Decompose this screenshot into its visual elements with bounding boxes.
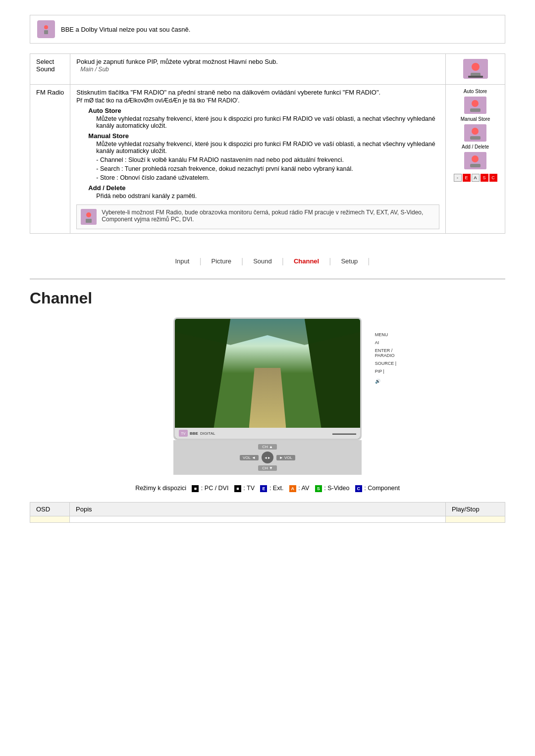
- badge-component: C: [355, 485, 362, 492]
- speaker-icon: 🔊: [375, 379, 396, 384]
- notice-text: BBE a Dolby Virtual nelze pou vat sou ča…: [61, 26, 190, 33]
- source-button[interactable]: SOURCE |: [375, 361, 396, 366]
- channel-indicator: ▬▬▬▬▬▬: [332, 431, 356, 436]
- auto-store-label: Auto Store: [464, 89, 487, 94]
- content-table: Select Sound Pokud je zapnutí funkce PIP…: [30, 53, 505, 234]
- nav-bar: Input | Picture | Sound | Channel | Setu…: [30, 249, 505, 274]
- svg-point-14: [472, 128, 479, 135]
- add-delete-body: Přidá nebo odstraní kanály z paměti.: [96, 193, 439, 200]
- fm-radio-row: FM Radio Stisknutím tlačítka "FM RADIO" …: [30, 85, 505, 234]
- nav-setup[interactable]: Setup: [331, 254, 368, 268]
- vol-right-button[interactable]: ► VOL: [276, 455, 295, 460]
- tv-controls: CH ▲ VOL ◄ ◄► ► VOL CH ▼: [173, 440, 362, 475]
- digital-logo: DIGITAL: [200, 431, 215, 436]
- fm-radio-label: FM Radio: [30, 85, 70, 234]
- svg-rect-15: [470, 136, 481, 140]
- svg-rect-2: [44, 30, 48, 34]
- manual-store-section: Manual Store Můžete vyhledat rozsahy fre…: [88, 132, 439, 154]
- channel-heading: Channel: [30, 289, 505, 307]
- fm-radio-note: Vyberete-li možnost FM Radio, bude obraz…: [76, 204, 439, 229]
- nav-channel[interactable]: Channel: [284, 254, 329, 268]
- fm-radio-line2: Př mØ tlač tko na dÆlkovØm ovlÆdÆn je tl…: [76, 97, 439, 104]
- fm-radio-intro: Stisknutím tlačítka "FM RADIO" na přední…: [76, 89, 439, 96]
- notice-box: BBE a Dolby Virtual nelze pou vat sou ča…: [30, 15, 505, 44]
- tv-screen-frame: TV BBE DIGITAL ▬▬▬▬▬▬: [173, 317, 362, 440]
- manual-store-body: Můžete vyhledat rozsahy frekvencí, které…: [96, 141, 439, 154]
- easc-e: E: [463, 174, 471, 182]
- channel-desc: - Channel : Slouží k volbě kanálu FM RAD…: [88, 156, 439, 181]
- tv-mockup: TV BBE DIGITAL ▬▬▬▬▬▬ CH ▲ VOL ◄ ◄► ► VO…: [173, 317, 362, 475]
- vol-row: VOL ◄ ◄► ► VOL: [240, 452, 295, 463]
- svg-point-8: [86, 212, 91, 217]
- osd-table-header: OSD Popis Play/Stop: [30, 503, 505, 516]
- ch-up-button[interactable]: CH ▲: [258, 444, 277, 450]
- manual-store-header: Manual Store: [88, 132, 439, 140]
- easc-minus: -: [454, 174, 462, 182]
- playstop-data-cell: [446, 516, 505, 523]
- section-divider: [30, 279, 505, 279]
- menu-button[interactable]: MENU: [375, 332, 396, 337]
- osd-data-cell: [30, 516, 70, 523]
- svg-rect-18: [470, 164, 481, 167]
- fm-radio-icon-cell: Auto Store Manual Store: [446, 85, 505, 234]
- add-delete-section: Add / Delete Přidá nebo odstraní kanály …: [88, 184, 439, 200]
- svg-point-17: [472, 155, 479, 162]
- add-delete-label-icon: Add / Delete: [462, 144, 489, 150]
- svg-rect-12: [470, 108, 481, 112]
- select-sound-icon: [463, 59, 488, 79]
- pip-button[interactable]: PIP |: [375, 369, 396, 374]
- auto-store-header: Auto Store: [88, 107, 439, 114]
- tv-scene: [175, 319, 360, 428]
- manual-store-label: Manual Store: [461, 116, 490, 122]
- popis-col-header: Popis: [70, 503, 446, 516]
- center-button[interactable]: ◄►: [262, 452, 273, 463]
- osd-header-row: OSD Popis Play/Stop: [30, 503, 505, 516]
- osd-col-header: OSD: [30, 503, 70, 516]
- select-sound-icon-cell: [446, 54, 505, 85]
- easc-s: S: [481, 174, 488, 182]
- note-text: Vyberete-li možnost FM Radio, bude obraz…: [102, 209, 435, 223]
- svg-rect-6: [468, 76, 483, 78]
- popis-data-cell: [70, 516, 446, 523]
- vol-left-button[interactable]: VOL ◄: [240, 455, 259, 460]
- tv-bottom-bar: TV BBE DIGITAL ▬▬▬▬▬▬: [175, 428, 360, 439]
- channel-section: Channel: [30, 289, 505, 523]
- add-delete-header: Add / Delete: [88, 184, 439, 192]
- select-sound-label: Select Sound: [30, 54, 70, 85]
- badge-tv-1: ■: [234, 485, 241, 492]
- osd-data-row: [30, 516, 505, 523]
- badge-pc-dvi-1: ■: [192, 485, 199, 492]
- select-sound-content: Pokud je zapnutí funkce PIP, můžete vybr…: [70, 54, 446, 85]
- auto-store-section: Auto Store Můžete vyhledat rozsahy frekv…: [88, 107, 439, 129]
- tv-right-buttons: MENU AI ENTER /PARADIO SOURCE | PIP | 🔊: [375, 332, 396, 384]
- easc-c: C: [489, 174, 497, 182]
- regime-text: Režimy k dispozici: [135, 485, 186, 492]
- easc-buttons: - E A S C: [454, 174, 497, 182]
- nav-input[interactable]: Input: [165, 254, 199, 268]
- playstop-col-header: Play/Stop: [446, 503, 505, 516]
- bbe-logo: BBE: [190, 431, 198, 436]
- enter-paradio-button[interactable]: ENTER /PARADIO: [375, 348, 396, 358]
- regime-line: Režimy k dispozici ■ : PC / DVI ■ : TV E…: [30, 485, 505, 492]
- notice-icon: [37, 20, 55, 38]
- tv-container: TV BBE DIGITAL ▬▬▬▬▬▬ CH ▲ VOL ◄ ◄► ► VO…: [30, 317, 505, 475]
- svg-point-11: [472, 100, 479, 107]
- nav-sound[interactable]: Sound: [243, 254, 282, 268]
- manual-store-icon: [464, 124, 486, 142]
- tv-screen: [175, 319, 360, 428]
- ai-button[interactable]: AI: [375, 340, 396, 345]
- nav-picture[interactable]: Picture: [202, 254, 241, 268]
- svg-rect-9: [86, 219, 92, 223]
- svg-point-1: [44, 25, 48, 29]
- fm-radio-content: Stisknutím tlačítka "FM RADIO" na přední…: [70, 85, 446, 234]
- select-sound-row: Select Sound Pokud je zapnutí funkce PIP…: [30, 54, 505, 85]
- nav-sep-5: |: [368, 257, 370, 266]
- osd-table-body: [30, 516, 505, 523]
- easc-a: A: [472, 174, 480, 182]
- auto-store-body: Můžete vyhledat rozsahy frekvencí, které…: [96, 115, 439, 129]
- auto-store-icon: [464, 97, 486, 114]
- svg-point-4: [472, 63, 480, 71]
- ch-down-button[interactable]: CH ▼: [258, 465, 277, 471]
- badge-av: A: [289, 485, 296, 492]
- osd-table: OSD Popis Play/Stop: [30, 502, 505, 523]
